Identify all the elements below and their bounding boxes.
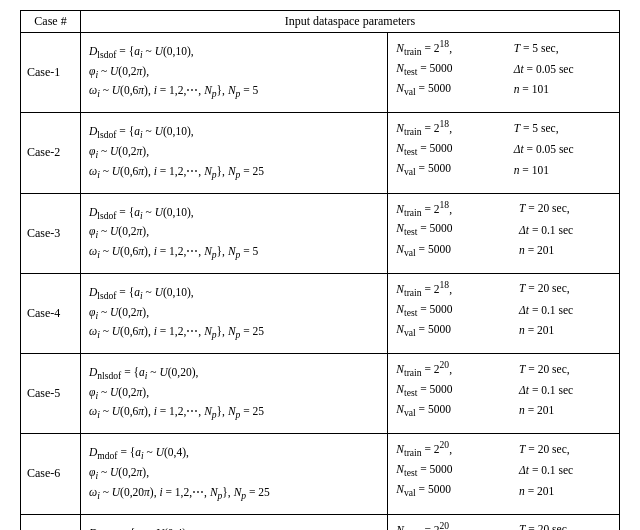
case-label: Case-3 bbox=[21, 193, 81, 273]
params-content: Ntrain = 218,T = 20 sec,Ntest = 5000Δt =… bbox=[388, 193, 620, 273]
math-content: Dlsdof = {ai ~ U(0,10),φi ~ U(0,2π),ωi ~… bbox=[81, 33, 388, 113]
col-input-header: Input dataspace parameters bbox=[81, 11, 620, 33]
params-content: Ntrain = 220,T = 20 sec,Ntest = 5000Δt =… bbox=[388, 354, 620, 434]
math-content: Dmdof = {ai ~ U(0,4),φi ~ U(0,2π),ωi ~ U… bbox=[81, 514, 388, 530]
table-row: Case-4Dlsdof = {ai ~ U(0,10),φi ~ U(0,2π… bbox=[21, 273, 620, 353]
case-label: Case-6 bbox=[21, 434, 81, 514]
table-row: Case-7Dmdof = {ai ~ U(0,4),φi ~ U(0,2π),… bbox=[21, 514, 620, 530]
table-row: Case-5Dnlsdof = {ai ~ U(0,20),φi ~ U(0,2… bbox=[21, 354, 620, 434]
col-case-header: Case # bbox=[21, 11, 81, 33]
table-row: Case-2Dlsdof = {ai ~ U(0,10),φi ~ U(0,2π… bbox=[21, 113, 620, 193]
main-table: Case # Input dataspace parameters Case-1… bbox=[20, 10, 620, 530]
case-label: Case-1 bbox=[21, 33, 81, 113]
case-label: Case-4 bbox=[21, 273, 81, 353]
math-content: Dlsdof = {ai ~ U(0,10),φi ~ U(0,2π),ωi ~… bbox=[81, 273, 388, 353]
table-row: Case-3Dlsdof = {ai ~ U(0,10),φi ~ U(0,2π… bbox=[21, 193, 620, 273]
params-content: Ntrain = 220,T = 20 sec,Ntest = 5000Δt =… bbox=[388, 434, 620, 514]
case-label: Case-5 bbox=[21, 354, 81, 434]
math-content: Dnlsdof = {ai ~ U(0,20),φi ~ U(0,2π),ωi … bbox=[81, 354, 388, 434]
table-row: Case-1Dlsdof = {ai ~ U(0,10),φi ~ U(0,2π… bbox=[21, 33, 620, 113]
math-content: Dlsdof = {ai ~ U(0,10),φi ~ U(0,2π),ωi ~… bbox=[81, 193, 388, 273]
params-content: Ntrain = 218,T = 5 sec,Ntest = 5000Δt = … bbox=[388, 113, 620, 193]
table-row: Case-6Dmdof = {ai ~ U(0,4),φi ~ U(0,2π),… bbox=[21, 434, 620, 514]
math-content: Dmdof = {ai ~ U(0,4),φi ~ U(0,2π),ωi ~ U… bbox=[81, 434, 388, 514]
table-body: Case-1Dlsdof = {ai ~ U(0,10),φi ~ U(0,2π… bbox=[21, 33, 620, 531]
math-content: Dlsdof = {ai ~ U(0,10),φi ~ U(0,2π),ωi ~… bbox=[81, 113, 388, 193]
params-content: Ntrain = 218,T = 20 sec,Ntest = 5000Δt =… bbox=[388, 273, 620, 353]
case-label: Case-2 bbox=[21, 113, 81, 193]
params-content: Ntrain = 218,T = 5 sec,Ntest = 5000Δt = … bbox=[388, 33, 620, 113]
params-content: Ntrain = 220,T = 20 sec,Ntest = 5000Δt =… bbox=[388, 514, 620, 530]
case-label: Case-7 bbox=[21, 514, 81, 530]
